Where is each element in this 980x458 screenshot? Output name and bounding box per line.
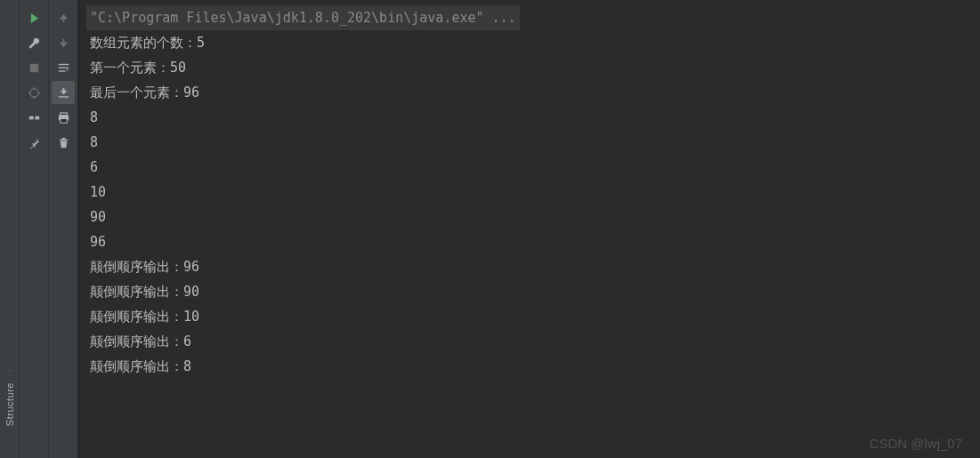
svg-rect-0 xyxy=(29,63,37,71)
console-line: 96 xyxy=(86,229,973,254)
console-line: 数组元素的个数：5 xyxy=(86,30,973,55)
console-output[interactable]: "C:\Program Files\Java\jdk1.8.0_202\bin\… xyxy=(78,0,980,458)
svg-rect-10 xyxy=(58,63,68,64)
run-toolbar-col2 xyxy=(49,0,78,458)
svg-rect-13 xyxy=(58,96,68,97)
svg-point-1 xyxy=(29,88,37,96)
svg-rect-15 xyxy=(60,112,67,115)
console-line: 颠倒顺序输出：96 xyxy=(86,254,973,279)
console-line: 第一个元素：50 xyxy=(86,55,973,80)
rerun-button[interactable] xyxy=(22,6,45,29)
watermark-text: CSDN @lwj_07 xyxy=(870,436,962,451)
wrench-button[interactable] xyxy=(22,31,45,54)
pin-button[interactable] xyxy=(22,131,45,154)
up-arrow-button[interactable] xyxy=(52,6,75,29)
svg-rect-14 xyxy=(62,87,64,91)
down-arrow-button[interactable] xyxy=(52,31,75,54)
run-toolbar-col1 xyxy=(20,0,49,458)
console-line: 颠倒顺序输出：90 xyxy=(86,279,973,304)
console-line: 颠倒顺序输出：10 xyxy=(86,304,973,329)
console-line: 8 xyxy=(86,105,973,130)
console-line: 颠倒顺序输出：6 xyxy=(86,329,973,354)
soft-wrap-button[interactable] xyxy=(52,56,75,79)
layout-button[interactable] xyxy=(22,106,45,129)
trash-button[interactable] xyxy=(52,131,75,154)
svg-rect-19 xyxy=(61,137,65,139)
svg-rect-18 xyxy=(59,139,67,140)
console-line: 颠倒顺序输出：8 xyxy=(86,354,973,379)
side-tab-divider: — xyxy=(6,364,12,375)
print-button[interactable] xyxy=(52,106,75,129)
svg-rect-17 xyxy=(60,118,67,123)
stop-button[interactable] xyxy=(22,56,45,79)
console-line: 6 xyxy=(86,155,973,180)
console-line: 8 xyxy=(86,130,973,155)
svg-rect-9 xyxy=(62,38,64,43)
svg-rect-12 xyxy=(58,70,65,71)
debug-button[interactable] xyxy=(22,81,45,104)
svg-rect-8 xyxy=(62,18,64,22)
console-line: 90 xyxy=(86,205,973,229)
ide-side-tab[interactable]: — Structure xyxy=(0,0,20,458)
console-line: 最后一个元素：96 xyxy=(86,80,973,105)
svg-rect-6 xyxy=(28,116,33,119)
svg-rect-7 xyxy=(35,116,39,119)
scroll-to-end-button[interactable] xyxy=(52,81,75,104)
structure-tab-label[interactable]: Structure xyxy=(4,377,15,431)
console-command-line: "C:\Program Files\Java\jdk1.8.0_202\bin\… xyxy=(86,5,520,30)
console-line: 10 xyxy=(86,180,973,205)
svg-rect-11 xyxy=(58,67,68,68)
